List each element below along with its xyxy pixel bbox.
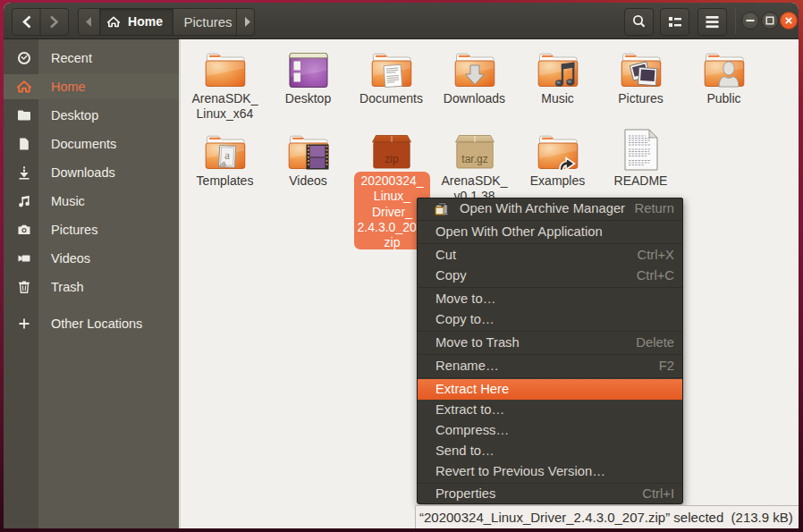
svg-text:a: a — [224, 148, 230, 162]
svg-text:zip: zip — [385, 153, 399, 165]
